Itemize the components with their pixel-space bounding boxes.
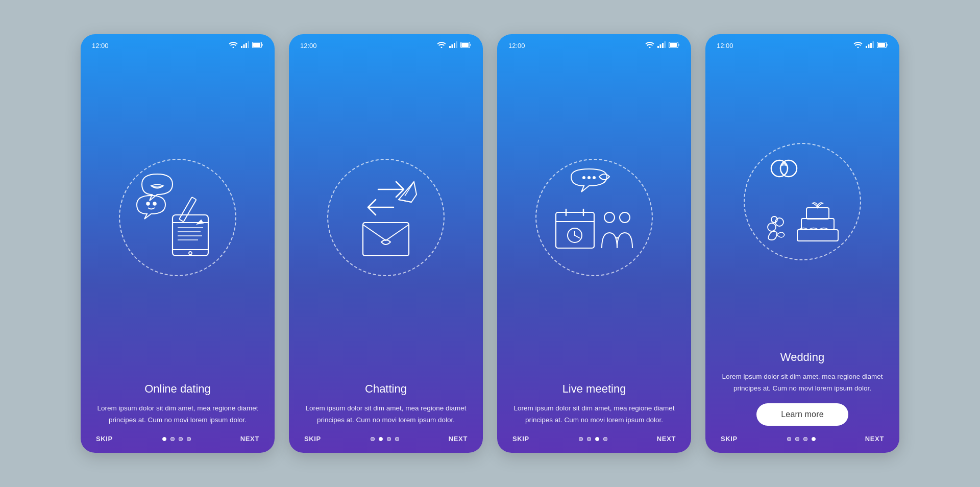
signal-icon-3 bbox=[657, 41, 666, 50]
svg-rect-53 bbox=[870, 43, 872, 48]
status-bar-3: 12:00 bbox=[497, 34, 691, 53]
status-time-2: 12:00 bbox=[300, 42, 317, 50]
nav-dots-1 bbox=[162, 437, 191, 441]
battery-icon-3 bbox=[669, 42, 680, 50]
svg-rect-61 bbox=[801, 218, 834, 230]
next-button-1[interactable]: NEXT bbox=[240, 435, 259, 443]
svg-point-30 bbox=[649, 47, 651, 48]
screens-container: 12:00 bbox=[60, 14, 920, 473]
status-time-4: 12:00 bbox=[717, 42, 733, 50]
status-icons-3 bbox=[645, 41, 680, 50]
wifi-icon-4 bbox=[853, 41, 863, 50]
svg-rect-6 bbox=[253, 43, 260, 47]
svg-rect-20 bbox=[449, 46, 451, 48]
dot-1-1 bbox=[162, 437, 166, 441]
svg-point-58 bbox=[780, 160, 797, 177]
svg-rect-3 bbox=[246, 43, 247, 48]
dot-2-3 bbox=[387, 437, 391, 441]
dot-2-2 bbox=[379, 437, 383, 441]
dot-4-3 bbox=[803, 437, 807, 441]
svg-line-28 bbox=[405, 182, 414, 196]
status-icons-2 bbox=[437, 41, 472, 50]
svg-rect-33 bbox=[662, 43, 664, 48]
svg-line-27 bbox=[399, 200, 411, 202]
screen-chatting: 12:00 bbox=[289, 34, 483, 453]
svg-rect-36 bbox=[670, 43, 677, 47]
next-button-4[interactable]: NEXT bbox=[865, 435, 884, 443]
screen-title-3: Live meeting bbox=[512, 382, 676, 396]
status-icons-1 bbox=[229, 41, 263, 50]
skip-button-3[interactable]: SKIP bbox=[512, 435, 529, 443]
dot-2-4 bbox=[395, 437, 399, 441]
next-button-2[interactable]: NEXT bbox=[449, 435, 468, 443]
svg-rect-51 bbox=[866, 46, 867, 48]
dot-3-1 bbox=[579, 437, 583, 441]
nav-bar-4: SKIP NEXT bbox=[705, 426, 899, 453]
svg-rect-15 bbox=[179, 197, 197, 222]
nav-dots-4 bbox=[787, 437, 816, 441]
screen-desc-4: Lorem ipsum dolor sit dim amet, mea regi… bbox=[721, 371, 884, 394]
svg-point-63 bbox=[768, 223, 776, 231]
battery-icon-4 bbox=[877, 42, 888, 50]
svg-line-46 bbox=[575, 235, 579, 238]
svg-rect-56 bbox=[878, 43, 885, 47]
screen-live-meeting: 12:00 bbox=[497, 34, 691, 453]
svg-point-38 bbox=[587, 176, 591, 179]
status-bar-2: 12:00 bbox=[289, 34, 483, 53]
svg-rect-52 bbox=[868, 44, 870, 48]
dot-3-2 bbox=[587, 437, 591, 441]
text-area-4: Wedding Lorem ipsum dolor sit dim amet, … bbox=[705, 346, 899, 426]
svg-rect-22 bbox=[454, 43, 455, 48]
svg-rect-29 bbox=[363, 223, 409, 256]
dashed-circle-1 bbox=[119, 159, 236, 276]
dot-1-2 bbox=[170, 437, 175, 441]
next-button-3[interactable]: NEXT bbox=[657, 435, 676, 443]
svg-point-0 bbox=[233, 47, 234, 48]
screen-title-2: Chatting bbox=[304, 382, 468, 396]
dashed-circle-4 bbox=[744, 143, 861, 260]
illustration-live-meeting bbox=[497, 53, 691, 377]
skip-button-4[interactable]: SKIP bbox=[721, 435, 738, 443]
dot-4-2 bbox=[795, 437, 799, 441]
skip-button-2[interactable]: SKIP bbox=[304, 435, 321, 443]
svg-rect-32 bbox=[660, 44, 662, 48]
illustration-online-dating bbox=[81, 53, 275, 377]
svg-point-50 bbox=[857, 47, 859, 48]
screen-desc-1: Lorem ipsum dolor sit dim amet, mea regi… bbox=[96, 403, 259, 426]
svg-rect-1 bbox=[241, 46, 242, 48]
skip-button-1[interactable]: SKIP bbox=[96, 435, 113, 443]
status-time-1: 12:00 bbox=[92, 42, 109, 50]
learn-more-button[interactable]: Learn more bbox=[756, 403, 848, 426]
wifi-icon-2 bbox=[437, 41, 446, 50]
wedding-svg bbox=[749, 151, 856, 253]
screen-desc-2: Lorem ipsum dolor sit dim amet, mea regi… bbox=[304, 403, 468, 426]
battery-icon-2 bbox=[460, 42, 472, 50]
nav-dots-2 bbox=[371, 437, 399, 441]
status-bar-1: 12:00 bbox=[81, 34, 275, 53]
svg-point-57 bbox=[771, 160, 788, 177]
svg-rect-60 bbox=[797, 230, 838, 241]
text-area-2: Chatting Lorem ipsum dolor sit dim amet,… bbox=[289, 377, 483, 426]
battery-icon-1 bbox=[252, 42, 263, 50]
status-time-3: 12:00 bbox=[508, 42, 525, 50]
illustration-chatting bbox=[289, 53, 483, 377]
dot-3-3 bbox=[595, 437, 599, 441]
wifi-icon-3 bbox=[645, 41, 654, 50]
illustration-wedding bbox=[705, 53, 899, 346]
svg-point-39 bbox=[593, 176, 596, 179]
dot-2-1 bbox=[371, 437, 375, 441]
svg-rect-23 bbox=[456, 41, 458, 48]
svg-rect-2 bbox=[243, 44, 245, 48]
screen-title-1: Online dating bbox=[96, 382, 259, 396]
svg-point-37 bbox=[582, 176, 585, 179]
live-meeting-svg bbox=[541, 166, 648, 269]
status-icons-4 bbox=[853, 41, 888, 50]
screen-title-4: Wedding bbox=[721, 351, 884, 364]
online-dating-svg bbox=[127, 169, 229, 266]
dashed-circle-2 bbox=[327, 159, 445, 276]
nav-bar-1: SKIP NEXT bbox=[81, 426, 275, 453]
signal-icon-2 bbox=[449, 41, 457, 50]
svg-rect-31 bbox=[657, 46, 659, 48]
svg-rect-62 bbox=[806, 208, 829, 219]
svg-rect-25 bbox=[461, 43, 469, 47]
